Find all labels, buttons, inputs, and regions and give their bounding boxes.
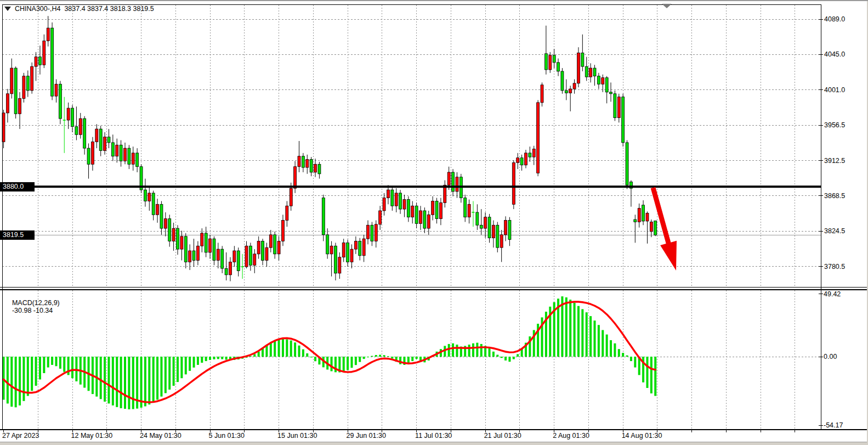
candle-body [642, 205, 645, 221]
macd-bar [148, 357, 150, 404]
macd-bar [120, 357, 122, 408]
macd-bar [626, 356, 628, 357]
macd-bar [132, 357, 134, 409]
macd-bar [310, 357, 313, 357]
candle-body [59, 84, 61, 119]
macd-bar [249, 356, 252, 357]
macd-bar [51, 357, 53, 365]
macd-bar [27, 357, 29, 396]
macd-bar [278, 340, 280, 357]
candle-body [415, 206, 418, 223]
macd-bar [124, 357, 126, 409]
candle-body [330, 246, 333, 254]
macd-bar [116, 357, 118, 407]
candle-body [605, 78, 608, 92]
macd-bar [375, 355, 377, 357]
candle-body [35, 57, 37, 67]
macd-bar [646, 357, 648, 388]
macd-bar [185, 357, 187, 374]
candle-body [67, 108, 70, 120]
candle-body [496, 225, 499, 247]
candle-body [184, 236, 187, 262]
macd-bar [193, 357, 195, 368]
candle-body [654, 221, 657, 235]
macd-bar [180, 357, 183, 378]
candle-body [334, 246, 337, 273]
candle-body [561, 71, 564, 91]
candle-body [156, 204, 159, 215]
candle-body [160, 204, 163, 228]
price-axis-label: 3912.5 [824, 156, 845, 165]
candle-body [342, 243, 345, 257]
time-axis-label: 27 Apr 2023 [2, 432, 39, 440]
macd-bar [650, 357, 653, 393]
macd-bar [391, 357, 393, 358]
candle-body [310, 160, 313, 172]
macd-bar [383, 355, 385, 357]
candle-body [517, 158, 519, 163]
macd-bar [610, 340, 612, 357]
macd-bar [201, 357, 203, 363]
candle-body [411, 206, 414, 217]
candle-body [423, 211, 426, 228]
macd-bar [363, 357, 365, 359]
macd-bar [274, 340, 276, 357]
macd-bar [189, 357, 191, 371]
macd-bar [602, 330, 604, 357]
chart-shift-marker-icon[interactable] [662, 4, 672, 8]
macd-bar [593, 320, 595, 357]
macd-bar [177, 357, 179, 382]
macd-bar [298, 346, 300, 357]
candle-body [597, 76, 600, 85]
symbol-period-label: CHINA300-,H4 [15, 5, 60, 13]
macd-bar [359, 357, 361, 362]
candle-body [262, 241, 264, 261]
macd-bar [104, 357, 106, 402]
candle-body [164, 219, 167, 229]
macd-bar [59, 357, 61, 369]
candle-body [6, 94, 9, 113]
chart-canvas[interactable] [0, 1, 868, 445]
candle-body [326, 235, 329, 254]
candle-body [51, 28, 54, 96]
macd-bar [618, 349, 620, 357]
macd-bar [15, 357, 17, 407]
macd-bar [63, 357, 65, 372]
macd-bar [7, 357, 9, 403]
macd-bar [331, 357, 333, 371]
macd-bar [496, 355, 498, 357]
candle-body [281, 221, 284, 241]
candle-body [638, 209, 640, 222]
macd-bar [205, 357, 207, 361]
price-axis-label: 3824.5 [824, 227, 845, 235]
candle-body [294, 167, 297, 188]
macd-bar [634, 357, 636, 368]
macd-bar [577, 306, 580, 357]
price-axis-label: 4045.0 [824, 50, 845, 59]
candle-body [221, 249, 224, 268]
macd-bar [294, 342, 296, 357]
candle-body [298, 156, 300, 167]
candle-body [172, 228, 175, 241]
macd-bar [10, 357, 13, 407]
candle-body [71, 108, 74, 127]
candle-body [277, 241, 280, 254]
time-axis-label: 12 May 01:30 [71, 432, 113, 440]
pane-divider[interactable] [0, 289, 868, 290]
candle-body [452, 172, 455, 191]
candle-body [347, 243, 349, 262]
horizontal-line-3880[interactable] [2, 185, 821, 188]
candle-body [476, 212, 479, 225]
time-axis-label: 15 Jun 01:30 [277, 432, 317, 440]
candle-body [362, 239, 365, 256]
price-axis-label: 3956.5 [824, 121, 845, 129]
macd-bar [225, 357, 228, 360]
candle-body [209, 239, 212, 252]
candle-body [593, 68, 596, 76]
candle-body [245, 246, 248, 267]
time-axis-label: 24 May 01:30 [140, 432, 181, 440]
symbol-dropdown-icon[interactable] [4, 7, 11, 11]
candle-body [524, 153, 527, 165]
macd-bar [3, 357, 5, 399]
candle-body [116, 145, 118, 156]
